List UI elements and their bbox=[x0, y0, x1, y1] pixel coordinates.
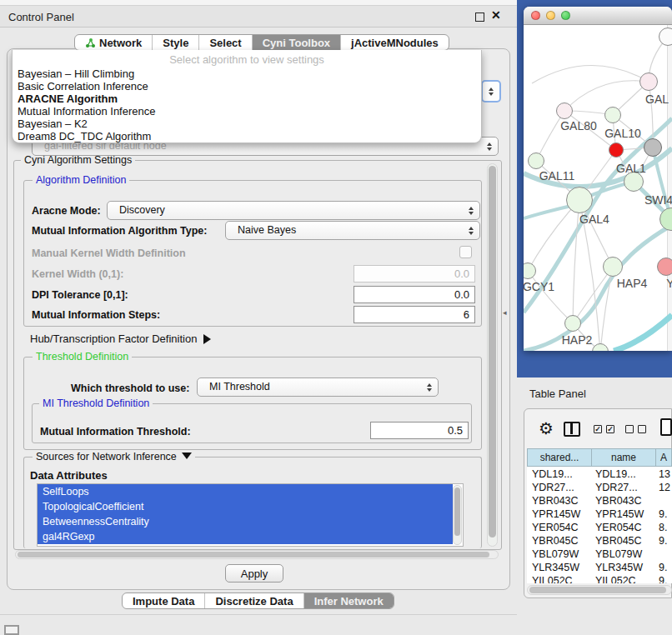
mi-type-value: Naive Bayes bbox=[238, 224, 296, 236]
network-icon bbox=[85, 38, 96, 48]
data-attributes-label: Data Attributes bbox=[30, 469, 108, 482]
aracne-mode-value: Discovery bbox=[119, 204, 165, 216]
graph-node[interactable] bbox=[639, 72, 658, 91]
settings-group-title: Cyni Algorithm Settings bbox=[21, 154, 135, 166]
combo-spinner-icon bbox=[469, 207, 474, 215]
combo-spinner-icon bbox=[427, 383, 432, 392]
mi-steps-field[interactable]: 6 bbox=[354, 306, 475, 323]
dpi-tolerance-field[interactable]: 0.0 bbox=[354, 286, 475, 303]
expander-open-icon bbox=[182, 452, 192, 459]
column-header-shared-name[interactable]: shared... bbox=[527, 448, 592, 467]
tab-cyni-toolbox[interactable]: Cyni Toolbox bbox=[252, 35, 340, 50]
gear-icon[interactable]: ⚙ bbox=[539, 418, 554, 438]
graph-node-gal10[interactable] bbox=[644, 138, 662, 157]
tab-jactivemnodules[interactable]: jActiveMNodules bbox=[340, 35, 449, 50]
graph-node-gal4[interactable] bbox=[566, 187, 593, 213]
table-horizontal-scrollbar[interactable] bbox=[527, 585, 672, 595]
expander-collapsed-icon bbox=[203, 334, 211, 344]
combo-spinner-icon bbox=[487, 142, 492, 151]
dropdown-item[interactable]: Bayesian – Hill Climbing bbox=[16, 68, 476, 80]
control-panel-tabbar: Network Style Select Cyni Toolbox jActiv… bbox=[74, 34, 449, 51]
node-label: GAL1 bbox=[616, 162, 646, 175]
node-label: GAL10 bbox=[604, 127, 641, 140]
zoom-traffic-light[interactable] bbox=[561, 11, 570, 20]
export-table-icon[interactable] bbox=[660, 418, 672, 436]
settings-horizontal-scrollbar[interactable] bbox=[15, 550, 499, 559]
attribute-item[interactable]: gal4RGexp bbox=[38, 529, 453, 544]
dropdown-item[interactable]: Bayesian – K2 bbox=[16, 118, 476, 130]
sources-group-title[interactable]: Sources for Network Inference bbox=[33, 451, 195, 462]
dropdown-item-selected[interactable]: ARACNE Algorithm bbox=[16, 92, 476, 105]
tab-network-label: Network bbox=[99, 37, 142, 49]
algorithm-definition-title: Algorithm Definition bbox=[33, 174, 129, 186]
attribute-item[interactable]: BetweennessCentrality bbox=[38, 514, 453, 529]
dpi-tolerance-label: DPI Tolerance [0,1]: bbox=[32, 289, 128, 301]
table-panel-title: Table Panel bbox=[529, 388, 586, 400]
kernel-width-field: 0.0 bbox=[354, 265, 475, 282]
graph-node[interactable] bbox=[659, 28, 672, 46]
tab-discretize-data[interactable]: Discretize Data bbox=[204, 593, 303, 608]
tab-network[interactable]: Network bbox=[75, 35, 152, 50]
select-all-checkbox-icon[interactable]: ✓ bbox=[594, 425, 602, 433]
network-graph-canvas[interactable]: GAL GAL80 GAL10 GAL1 GAL11 SWI4 GAL4 GCY… bbox=[524, 25, 672, 351]
graph-node[interactable] bbox=[556, 102, 573, 119]
node-label: Y bbox=[666, 277, 672, 290]
graph-node-hap4[interactable] bbox=[603, 257, 623, 277]
close-traffic-light[interactable] bbox=[531, 11, 540, 20]
algorithm-combo-right-edge[interactable] bbox=[481, 80, 501, 102]
node-label: GAL bbox=[645, 92, 669, 106]
deselect-all-checkbox-icon[interactable] bbox=[638, 425, 646, 433]
column-header-name[interactable]: name bbox=[591, 448, 656, 467]
dropdown-item[interactable]: Basic Correlation Inference bbox=[16, 80, 476, 92]
settings-vertical-scrollbar[interactable] bbox=[487, 163, 498, 547]
panel-title: Control Panel bbox=[8, 11, 74, 23]
aracne-mode-label: Aracne Mode: bbox=[32, 205, 101, 217]
tab-select[interactable]: Select bbox=[198, 35, 251, 50]
mi-threshold-group-title: MI Threshold Definition bbox=[39, 398, 153, 409]
manual-kernel-label: Manual Kernel Width Definition bbox=[32, 248, 186, 259]
mi-threshold-field[interactable]: 0.5 bbox=[370, 422, 469, 439]
select-all-checkbox-icon[interactable]: ✓ bbox=[606, 425, 614, 433]
network-window-titlebar[interactable] bbox=[524, 7, 672, 25]
apply-button[interactable]: Apply bbox=[225, 564, 283, 582]
graph-node[interactable] bbox=[528, 152, 544, 169]
node-label: GCY1 bbox=[524, 280, 554, 293]
splitter-handle-icon[interactable]: ◂ bbox=[503, 308, 507, 317]
node-label: SWI4 bbox=[644, 193, 672, 207]
manual-kernel-checkbox[interactable] bbox=[459, 246, 472, 258]
show-columns-icon[interactable] bbox=[564, 422, 580, 437]
column-header-partial[interactable]: A bbox=[655, 448, 672, 467]
dropdown-hint: Select algorithm to view settings bbox=[13, 53, 481, 66]
node-label: HAP2 bbox=[562, 333, 593, 347]
minimize-traffic-light[interactable] bbox=[546, 11, 555, 20]
tab-style[interactable]: Style bbox=[152, 35, 198, 50]
tab-infer-network[interactable]: Infer Network bbox=[303, 593, 394, 608]
dropdown-item[interactable]: Mutual Information Inference bbox=[16, 105, 476, 118]
network-view-window: GAL GAL80 GAL10 GAL1 GAL11 SWI4 GAL4 GCY… bbox=[524, 7, 672, 351]
combo-spinner-icon bbox=[489, 88, 494, 96]
mi-type-combo[interactable]: Naive Bayes bbox=[225, 221, 480, 240]
graph-node-selected-red[interactable] bbox=[609, 142, 624, 158]
tab-impute-data[interactable]: Impute Data bbox=[123, 593, 204, 608]
graph-node-hap2[interactable] bbox=[564, 315, 581, 332]
node-label: HAP4 bbox=[617, 277, 648, 290]
float-panel-icon[interactable] bbox=[475, 12, 484, 22]
control-panel-titlebar: Control Panel ✕ bbox=[0, 6, 517, 28]
which-threshold-combo[interactable]: MI Threshold bbox=[197, 378, 439, 397]
deselect-all-checkbox-icon[interactable] bbox=[625, 425, 634, 433]
mi-threshold-label: Mutual Information Threshold: bbox=[40, 426, 191, 438]
attribute-item[interactable]: SelfLoops bbox=[38, 484, 453, 499]
minimized-panel-icon[interactable] bbox=[4, 625, 19, 635]
aracne-mode-combo[interactable]: Discovery bbox=[107, 201, 480, 220]
node-label: GAL80 bbox=[560, 119, 597, 132]
node-label: GAL11 bbox=[539, 169, 575, 182]
table-body: YDL19...YDL19...13 YDR27...YDR27...12 YB… bbox=[527, 467, 672, 583]
graph-node-salmon[interactable] bbox=[657, 258, 672, 276]
graph-node[interactable] bbox=[604, 107, 621, 123]
dropdown-item[interactable]: Dream8 DC_TDC Algorithm bbox=[16, 130, 476, 142]
close-panel-icon[interactable]: ✕ bbox=[491, 8, 501, 22]
attributes-scrollbar[interactable] bbox=[453, 485, 462, 545]
data-attributes-list: SelfLoops TopologicalCoefficient Between… bbox=[37, 483, 464, 547]
hub-definition-expander[interactable]: Hub/Transcription Factor Definition bbox=[30, 332, 211, 345]
attribute-item[interactable]: TopologicalCoefficient bbox=[38, 499, 453, 514]
